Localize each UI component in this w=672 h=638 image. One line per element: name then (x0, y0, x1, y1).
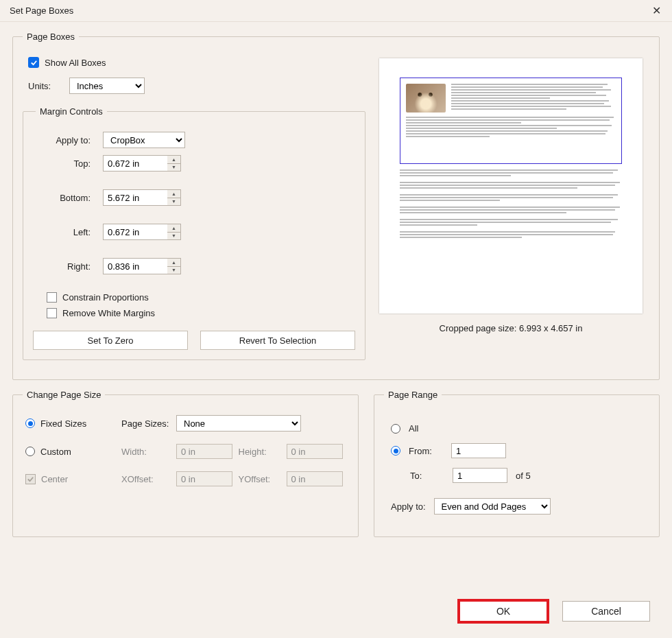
to-label: To: (410, 471, 444, 481)
all-radio[interactable] (391, 424, 400, 434)
right-spin-up[interactable]: ▲ (167, 258, 181, 266)
page-preview: Cropped page size: 6.993 x 4.657 in (379, 58, 643, 333)
page-sizes-select[interactable]: None (176, 415, 301, 432)
left-spin-up[interactable]: ▲ (167, 224, 181, 232)
close-icon: ✕ (652, 4, 661, 17)
check-icon (30, 59, 38, 67)
from-input[interactable] (451, 443, 506, 458)
constrain-label: Constrain Proportions (62, 292, 149, 303)
xoffset-input (176, 471, 232, 486)
from-label: From: (409, 446, 443, 456)
left-label: Left: (38, 227, 96, 237)
page-preview-page (379, 58, 643, 314)
show-all-boxes-label: Show All Boxes (45, 58, 106, 68)
bottom-spin-up[interactable]: ▲ (167, 189, 181, 198)
yoffset-input (287, 471, 343, 486)
bottom-spin-down[interactable]: ▼ (167, 198, 181, 206)
custom-radio[interactable] (25, 447, 35, 456)
height-input (287, 444, 343, 459)
to-input[interactable] (453, 468, 507, 483)
center-checkbox (25, 474, 36, 484)
constrain-checkbox[interactable] (47, 292, 57, 303)
close-button[interactable]: ✕ (640, 0, 672, 22)
of-label: of 5 (516, 471, 531, 481)
top-spin-up[interactable]: ▲ (167, 155, 181, 163)
units-label: Units: (28, 81, 60, 91)
page-boxes-legend: Page Boxes (23, 32, 79, 42)
width-input (176, 444, 232, 459)
set-to-zero-button[interactable]: Set To Zero (33, 331, 188, 350)
page-sizes-label: Page Sizes: (121, 418, 176, 429)
page-range-group: Page Range All From: To: of 5 Apply (374, 390, 660, 537)
units-select[interactable]: Inches (69, 78, 145, 94)
cancel-button[interactable]: Cancel (562, 601, 650, 622)
ok-button[interactable]: OK (459, 601, 547, 622)
bottom-label: Bottom: (38, 193, 96, 203)
titlebar: Set Page Boxes ✕ (0, 0, 672, 22)
center-label: Center (41, 474, 68, 484)
right-spin-down[interactable]: ▼ (167, 266, 181, 275)
width-label: Width: (121, 447, 176, 457)
right-label: Right: (38, 261, 96, 272)
apply-to-range-select[interactable]: Even and Odd Pages (434, 498, 551, 515)
fixed-sizes-label: Fixed Sizes (40, 418, 86, 429)
margin-controls-legend: Margin Controls (36, 106, 107, 117)
page-range-legend: Page Range (384, 390, 442, 400)
custom-label: Custom (40, 447, 71, 457)
apply-to-label: Apply to: (38, 135, 96, 145)
height-label: Height: (239, 447, 287, 457)
xoffset-label: XOffset: (121, 474, 176, 484)
check-icon (27, 475, 34, 483)
top-spin-down[interactable]: ▼ (167, 163, 181, 172)
remove-white-checkbox[interactable] (47, 308, 57, 318)
preview-caption: Cropped page size: 6.993 x 4.657 in (379, 323, 643, 333)
revert-button[interactable]: Revert To Selection (200, 331, 355, 350)
apply-to-label-range: Apply to: (391, 501, 426, 512)
preview-image (406, 84, 446, 113)
left-spin-down[interactable]: ▼ (167, 232, 181, 241)
top-label: Top: (38, 158, 96, 169)
apply-to-select[interactable]: CropBox (103, 132, 185, 148)
yoffset-label: YOffset: (239, 474, 287, 484)
show-all-boxes-checkbox[interactable] (28, 57, 39, 68)
all-label: All (409, 423, 418, 434)
cropbox-outline (400, 78, 622, 164)
page-boxes-group: Page Boxes Show All Boxes Units: Inches … (12, 32, 660, 380)
from-radio[interactable] (391, 446, 400, 456)
remove-white-label: Remove White Margins (62, 308, 155, 318)
window-title: Set Page Boxes (10, 5, 73, 16)
margin-controls-group: Margin Controls Apply to: CropBox Top: ▲ (23, 106, 365, 360)
fixed-sizes-radio[interactable] (25, 418, 35, 428)
change-size-legend: Change Page Size (23, 390, 105, 400)
change-page-size-group: Change Page Size Fixed Sizes Page Sizes:… (12, 390, 359, 537)
